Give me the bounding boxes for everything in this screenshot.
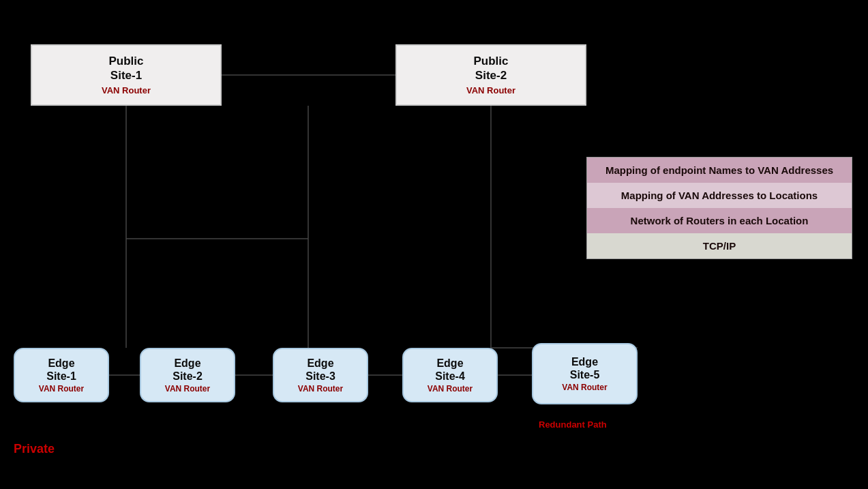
edge-site-1-router: VAN Router xyxy=(39,384,84,394)
legend-row-4: TCP/IP xyxy=(587,233,852,258)
edge-site-5: Edge Site-5 VAN Router xyxy=(532,343,638,404)
edge-site-4: Edge Site-4 VAN Router xyxy=(402,348,498,402)
legend-box: Mapping of endpoint Names to VAN Address… xyxy=(586,157,852,259)
legend-row-2: Mapping of VAN Addresses to Locations xyxy=(587,183,852,208)
edge-site-3-router: VAN Router xyxy=(298,384,343,394)
edge-site-5-router: VAN Router xyxy=(562,383,607,392)
legend-row-1: Mapping of endpoint Names to VAN Address… xyxy=(587,158,852,183)
edge-site-2-title: Edge Site-2 xyxy=(173,357,203,383)
public-site-1: Public Site-1 VAN Router xyxy=(31,44,222,106)
edge-site-2: Edge Site-2 VAN Router xyxy=(140,348,235,402)
legend-row-3: Network of Routers in each Location xyxy=(587,208,852,233)
edge-site-3: Edge Site-3 VAN Router xyxy=(273,348,368,402)
public-site-2-title: Public Site-2 xyxy=(473,55,508,83)
edge-site-4-router: VAN Router xyxy=(428,384,473,394)
edge-site-1: Edge Site-1 VAN Router xyxy=(14,348,109,402)
redundant-path-label: Redundant Path xyxy=(539,419,607,430)
public-site-1-router: VAN Router xyxy=(102,85,151,95)
public-site-2: Public Site-2 VAN Router xyxy=(395,44,586,106)
private-label: Private xyxy=(14,442,55,456)
public-site-1-title: Public Site-1 xyxy=(108,55,143,83)
edge-site-1-title: Edge Site-1 xyxy=(46,357,76,383)
edge-site-4-title: Edge Site-4 xyxy=(435,357,465,383)
public-site-2-router: VAN Router xyxy=(466,85,515,95)
edge-site-5-title: Edge Site-5 xyxy=(570,355,600,381)
edge-site-2-router: VAN Router xyxy=(165,384,210,394)
edge-site-3-title: Edge Site-3 xyxy=(305,357,335,383)
